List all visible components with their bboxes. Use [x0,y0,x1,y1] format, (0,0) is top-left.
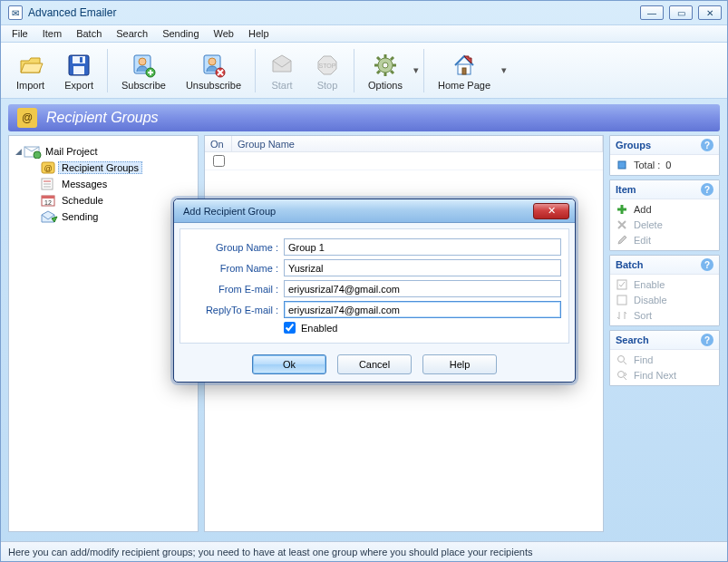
total-label: Total : [634,160,660,170]
tree-collapse-icon[interactable]: ◢ [13,147,24,156]
replyto-email-input[interactable] [284,301,561,318]
home-icon [451,53,477,78]
menu-search[interactable]: Search [109,26,155,41]
item-edit[interactable]: Edit [616,234,713,247]
stop-button[interactable]: STOP Stop [305,48,350,93]
tree-item-sending[interactable]: Sending [40,208,194,225]
tree-item-label: Sending [58,211,102,222]
toolbar-separator [423,49,424,92]
table-row[interactable] [205,152,603,170]
batch-sort[interactable]: Sort [616,309,713,322]
minimize-button[interactable]: — [640,5,664,20]
app-title: Advanced Emailer [28,6,116,19]
svg-rect-34 [42,196,54,199]
stop-label: Stop [317,80,338,91]
user-remove-icon [200,53,226,78]
homepage-button[interactable]: Home Page ▾ [428,48,508,93]
col-group-name[interactable]: Group Name [232,136,603,152]
svg-point-5 [139,58,146,65]
svg-line-20 [391,57,393,60]
tree-root[interactable]: ◢ Mail Project [13,143,194,160]
homepage-dropdown[interactable]: ▾ [500,58,508,83]
label: Delete [634,219,663,230]
search-find[interactable]: Find [616,354,713,366]
svg-line-19 [391,71,393,73]
menu-web[interactable]: Web [207,26,241,41]
panel-title: Search [616,334,649,345]
group-name-label: Group Name : [188,242,278,253]
main-window: ✉ Advanced Emailer — ▭ ✕ File Item Batch… [0,0,728,562]
sort-icon [616,309,628,322]
menu-file[interactable]: File [5,26,35,41]
folder-open-icon [18,53,44,78]
export-button[interactable]: Export [54,48,103,93]
help-icon[interactable]: ? [701,258,713,271]
start-button[interactable]: Start [259,48,305,93]
svg-marker-24 [464,56,471,63]
svg-point-26 [34,151,41,159]
close-button[interactable]: ✕ [698,5,722,20]
menu-sending[interactable]: Sending [155,26,206,41]
table-header: On Group Name [205,136,603,152]
help-icon[interactable]: ? [701,183,713,196]
tree-root-label: Mail Project [42,146,101,157]
recipient-groups-icon: @ [17,108,37,128]
ok-button[interactable]: Ok [252,354,326,374]
group-name-input[interactable] [284,238,561,256]
label: Disable [634,295,667,305]
from-email-input[interactable] [284,280,561,297]
menu-help[interactable]: Help [241,26,277,41]
pencil-icon [616,234,628,247]
subscribe-button[interactable]: Subscribe [112,48,176,93]
batch-enable[interactable]: Enable [616,278,713,291]
tree-item-recipient-groups[interactable]: @ Recipient Groups [40,160,194,176]
help-icon[interactable]: ? [701,334,713,346]
unsubscribe-label: Unsubscribe [186,80,241,91]
panel-batch: Batch? Enable Disable Sort [609,255,720,326]
help-icon[interactable]: ? [701,139,713,151]
col-on[interactable]: On [205,136,232,152]
toolbar-separator [255,49,256,92]
panel-search: Search? Find Find Next [609,330,720,386]
from-name-input[interactable] [284,259,561,276]
svg-rect-36 [618,161,626,169]
from-name-label: From Name : [188,263,278,274]
help-button[interactable]: Help [422,354,497,374]
menu-batch[interactable]: Batch [69,26,109,41]
dialog-title-bar[interactable]: Add Recipient Group ✕ [174,199,575,223]
messages-icon [40,177,58,191]
tree-item-label: Messages [58,179,111,189]
cancel-button[interactable]: Cancel [337,354,412,374]
batch-disable[interactable]: Disable [616,294,713,306]
item-add[interactable]: Add [616,203,713,216]
unsubscribe-button[interactable]: Unsubscribe [176,48,251,93]
maximize-button[interactable]: ▭ [669,5,693,20]
tree-item-schedule[interactable]: 12 Schedule [40,192,194,208]
label: Edit [634,235,651,246]
dialog-title: Add Recipient Group [183,206,276,217]
user-add-icon [131,53,156,78]
mail-send-icon [269,53,295,78]
status-bar: Here you can add/modify recipient groups… [1,541,727,561]
tree-item-messages[interactable]: Messages [40,176,194,192]
svg-line-40 [624,362,626,364]
stop-icon: STOP [315,53,340,78]
x-icon [616,218,628,231]
enabled-checkbox[interactable] [284,322,296,334]
item-delete[interactable]: Delete [616,218,713,231]
row-enabled-checkbox[interactable] [213,155,225,167]
options-button[interactable]: Options ▾ [358,48,420,93]
panel-title: Batch [616,259,644,270]
panel-item: Item? Add Delete Edit [609,179,720,251]
panel-title: Item [616,184,636,195]
import-button[interactable]: Import [6,48,54,93]
menu-item[interactable]: Item [35,26,69,41]
square-icon [616,159,628,171]
options-dropdown[interactable]: ▾ [413,58,420,83]
navigation-tree[interactable]: ◢ Mail Project @ Recipient Groups Messag… [8,135,199,532]
plus-icon [616,203,628,216]
dialog-close-button[interactable]: ✕ [533,203,569,219]
svg-point-39 [618,356,625,363]
label: Add [634,204,652,215]
search-find-next[interactable]: Find Next [616,369,713,382]
